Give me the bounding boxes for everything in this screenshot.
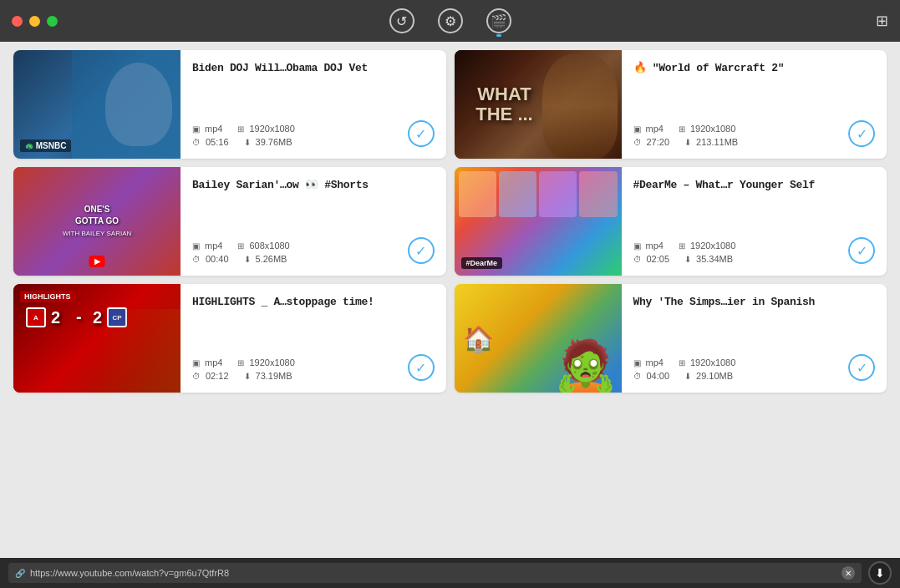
video-title-warcraft: 🔥 "World of Warcraft 2" — [633, 62, 876, 76]
download-check-dearme[interactable]: ✓ — [848, 237, 875, 264]
thumbnail-simpsons: 🧟 🏠 — [455, 284, 622, 393]
video-meta-warcraft: ▣ mp4 ⊞ 1920x1080 ⏱ 27:20 ⬇ 213.11MB ✓ — [633, 124, 876, 147]
history-icon[interactable]: ↺ — [389, 8, 414, 33]
download-check-bailey[interactable]: ✓ — [408, 237, 435, 264]
fmt-b: mp4 — [205, 241, 222, 251]
fmt-icon-dm: ▣ — [633, 241, 641, 251]
video-size: 39.76MB — [256, 137, 292, 147]
resolution-icon: ⊞ — [237, 124, 244, 134]
dur-icon-b: ⏱ — [192, 255, 201, 264]
main-content: 🦚 MSNBC Biden DOJ Will…Obama DOJ Vet ▣ m… — [0, 42, 900, 558]
video-duration: 05:16 — [206, 137, 229, 147]
res-icon-wc: ⊞ — [679, 124, 685, 134]
movies-icon[interactable]: 🎬 — [486, 8, 511, 33]
sz-b: 5.26MB — [256, 254, 287, 264]
video-meta-arsenal: ▣ mp4 ⊞ 1920x1080 ⏱ 02:12 ⬇ 73.19MB ✓ — [192, 357, 435, 381]
thumbnail-dearme: #DearMe — [455, 167, 622, 276]
sz-si: 29.10MB — [696, 371, 733, 381]
dur-b: 00:40 — [206, 254, 229, 264]
duration-icon: ⏱ — [192, 138, 201, 147]
warcraft-thumb-text: WHATTHE ... — [475, 84, 532, 124]
video-format: mp4 — [205, 124, 222, 134]
sz-ar: 73.19MB — [256, 371, 292, 381]
dur-si: 04:00 — [647, 371, 670, 381]
download-check-warcraft[interactable]: ✓ — [848, 120, 875, 147]
dur-icon-wc: ⏱ — [633, 138, 642, 147]
fmt-si: mp4 — [646, 357, 664, 368]
video-title-bailey: Bailey Sarian'…ow 👀 #Shorts — [192, 179, 435, 193]
playlist-icon[interactable]: ⊞ — [876, 12, 888, 30]
sz-dm: 35.34MB — [696, 254, 733, 264]
url-bar: 🔗 https://www.youtube.com/watch?v=gm6u7Q… — [8, 563, 862, 583]
res-icon-b: ⊞ — [237, 241, 244, 251]
video-info-dearme: #DearMe – What…r Younger Self ▣ mp4 ⊞ 19… — [622, 167, 887, 276]
fmt-icon-b: ▣ — [192, 241, 200, 251]
fmt-ar: mp4 — [205, 357, 222, 368]
msnbc-logo: 🦚 MSNBC — [20, 139, 71, 152]
video-info-warcraft: 🔥 "World of Warcraft 2" ▣ mp4 ⊞ 1920x108… — [622, 50, 887, 159]
thumbnail-arsenal: HIGHLIGHTS A 2 - 2 CP — [13, 284, 181, 393]
video-meta-simpsons: ▣ mp4 ⊞ 1920x1080 ⏱ 04:00 ⬇ 29.10MB ✓ — [633, 357, 876, 381]
video-card-warcraft: WHATTHE ... 🔥 "World of Warcraft 2" ▣ mp… — [455, 50, 887, 159]
fmt-icon-ar: ▣ — [192, 358, 200, 368]
fmt-dm: mp4 — [646, 241, 664, 251]
dur-icon-si: ⏱ — [633, 372, 642, 381]
video-title-dearme: #DearMe – What…r Younger Self — [633, 179, 876, 193]
thumbnail-warcraft: WHATTHE ... — [455, 50, 622, 159]
download-button[interactable]: ⬇ — [868, 561, 892, 585]
res-ar: 1920x1080 — [249, 357, 294, 368]
dur-dm: 02:05 — [647, 254, 670, 264]
traffic-lights — [12, 16, 58, 27]
res-si: 1920x1080 — [690, 357, 735, 368]
format-icon: ▣ — [192, 124, 200, 134]
video-size-wc: 213.11MB — [696, 137, 738, 147]
maximize-button[interactable] — [47, 16, 58, 27]
video-card-arsenal: HIGHLIGHTS A 2 - 2 CP HIGHLIGHTS _ A…sto… — [13, 284, 446, 393]
sz-icon-wc: ⬇ — [684, 138, 691, 147]
res-icon-si: ⊞ — [679, 358, 685, 368]
settings-icon[interactable]: ⚙ — [438, 8, 463, 33]
download-check-arsenal[interactable]: ✓ — [408, 354, 435, 381]
video-info-bailey: Bailey Sarian'…ow 👀 #Shorts ▣ mp4 ⊞ 608x… — [181, 167, 446, 276]
video-grid: 🦚 MSNBC Biden DOJ Will…Obama DOJ Vet ▣ m… — [13, 50, 887, 393]
video-title-msnbc: Biden DOJ Will…Obama DOJ Vet — [192, 62, 435, 76]
status-bar: 🔗 https://www.youtube.com/watch?v=gm6u7Q… — [0, 558, 900, 588]
video-info-simpsons: Why 'The Simps…ier in Spanish ▣ mp4 ⊞ 19… — [622, 284, 887, 393]
thumbnail-bailey: ONE'SGOTTA GOWITH BAILEY SARIAN ▶ — [13, 167, 181, 276]
video-info-msnbc: Biden DOJ Will…Obama DOJ Vet ▣ mp4 ⊞ 192… — [181, 50, 446, 159]
video-meta-dearme: ▣ mp4 ⊞ 1920x1080 ⏱ 02:05 ⬇ 35.34MB ✓ — [633, 241, 876, 264]
format-icon-wc: ▣ — [633, 124, 641, 134]
res-b: 608x1080 — [249, 241, 289, 251]
download-check-simpsons[interactable]: ✓ — [848, 354, 875, 381]
res-icon-ar: ⊞ — [237, 358, 244, 368]
dur-icon-dm: ⏱ — [633, 255, 642, 264]
video-card-simpsons: 🧟 🏠 Why 'The Simps…ier in Spanish ▣ mp4 … — [455, 284, 887, 393]
video-card-msnbc: 🦚 MSNBC Biden DOJ Will…Obama DOJ Vet ▣ m… — [13, 50, 446, 159]
size-icon: ⬇ — [244, 138, 251, 147]
video-title-simpsons: Why 'The Simps…ier in Spanish — [633, 296, 876, 310]
sz-icon-b: ⬇ — [244, 255, 251, 264]
sz-icon-si: ⬇ — [684, 372, 691, 381]
sz-icon-ar: ⬇ — [244, 372, 251, 381]
minimize-button[interactable] — [29, 16, 40, 27]
url-text: https://www.youtube.com/watch?v=gm6u7Qtf… — [30, 568, 836, 578]
dur-ar: 02:12 — [206, 371, 229, 381]
download-check-msnbc[interactable]: ✓ — [408, 120, 435, 147]
meta-duration-row: ⏱ 05:16 ⬇ 39.76MB — [192, 137, 435, 147]
fmt-icon-si: ▣ — [633, 358, 641, 368]
meta-format-row: ▣ mp4 ⊞ 1920x1080 — [192, 124, 435, 134]
video-card-dearme: #DearMe #DearMe – What…r Younger Self ▣ … — [455, 167, 887, 276]
video-meta-bailey: ▣ mp4 ⊞ 608x1080 ⏱ 00:40 ⬇ 5.26MB ✓ — [192, 241, 435, 264]
video-resolution-wc: 1920x1080 — [690, 124, 735, 134]
url-clear-button[interactable]: ✕ — [842, 566, 855, 580]
res-icon-dm: ⊞ — [679, 241, 685, 251]
close-button[interactable] — [12, 16, 23, 27]
sz-icon-dm: ⬇ — [684, 255, 691, 264]
video-meta-msnbc: ▣ mp4 ⊞ 1920x1080 ⏱ 05:16 ⬇ 39.76MB ✓ — [192, 124, 435, 147]
video-card-bailey: ONE'SGOTTA GOWITH BAILEY SARIAN ▶ Bailey… — [13, 167, 446, 276]
highlights-label: HIGHLIGHTS — [20, 291, 75, 302]
res-dm: 1920x1080 — [690, 241, 735, 251]
url-link-icon: 🔗 — [15, 569, 25, 578]
video-format-wc: mp4 — [646, 124, 664, 134]
video-duration-wc: 27:20 — [647, 137, 670, 147]
